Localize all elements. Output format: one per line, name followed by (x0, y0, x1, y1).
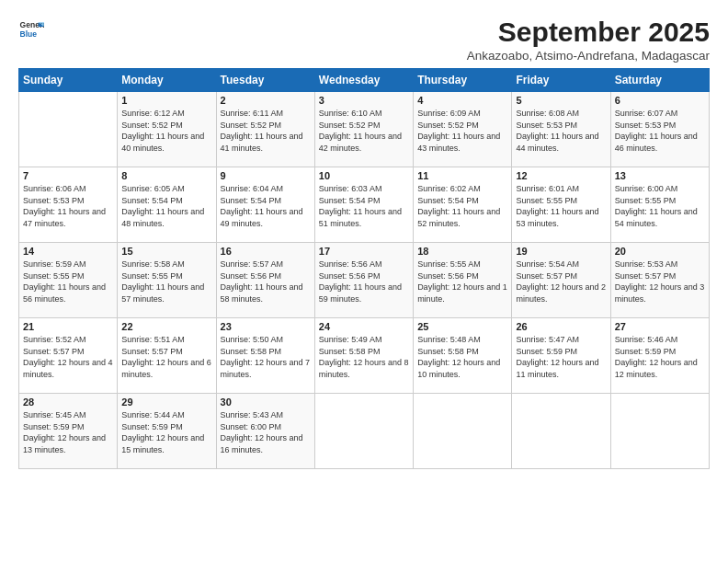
day-number: 26 (516, 321, 606, 332)
calendar-cell: 30Sunrise: 5:43 AMSunset: 6:00 PMDayligh… (216, 394, 314, 469)
day-number: 3 (319, 95, 409, 106)
calendar-body: 1Sunrise: 6:12 AMSunset: 5:52 PMDaylight… (19, 92, 710, 469)
calendar-cell: 7Sunrise: 6:06 AMSunset: 5:53 PMDaylight… (19, 167, 118, 243)
svg-text:Blue: Blue (20, 29, 38, 39)
day-number: 27 (615, 321, 705, 332)
day-number: 16 (221, 246, 311, 257)
calendar-cell (314, 394, 413, 469)
calendar-cell: 5Sunrise: 6:08 AMSunset: 5:53 PMDaylight… (512, 92, 610, 167)
day-info: Sunrise: 6:10 AMSunset: 5:52 PMDaylight:… (319, 108, 409, 154)
calendar-cell: 10Sunrise: 6:03 AMSunset: 5:54 PMDayligh… (314, 167, 413, 243)
calendar-cell: 6Sunrise: 6:07 AMSunset: 5:53 PMDaylight… (610, 92, 709, 167)
day-number: 4 (417, 95, 507, 106)
calendar-cell: 11Sunrise: 6:02 AMSunset: 5:54 PMDayligh… (414, 167, 512, 243)
calendar-cell: 13Sunrise: 6:00 AMSunset: 5:55 PMDayligh… (610, 167, 709, 243)
header-monday: Monday (118, 69, 216, 92)
day-number: 17 (319, 246, 409, 257)
day-info: Sunrise: 6:07 AMSunset: 5:53 PMDaylight:… (615, 108, 705, 154)
day-number: 11 (417, 170, 507, 181)
calendar-cell: 14Sunrise: 5:59 AMSunset: 5:55 PMDayligh… (19, 243, 118, 318)
day-info: Sunrise: 6:05 AMSunset: 5:54 PMDaylight:… (121, 183, 211, 229)
calendar-cell: 8Sunrise: 6:05 AMSunset: 5:54 PMDaylight… (118, 167, 216, 243)
day-number: 29 (121, 396, 211, 408)
day-info: Sunrise: 5:44 AMSunset: 5:59 PMDaylight:… (121, 409, 211, 455)
day-number: 5 (516, 95, 606, 106)
day-info: Sunrise: 5:48 AMSunset: 5:58 PMDaylight:… (417, 334, 507, 380)
day-number: 9 (221, 170, 311, 181)
calendar-cell: 28Sunrise: 5:45 AMSunset: 5:59 PMDayligh… (19, 394, 118, 469)
day-info: Sunrise: 5:43 AMSunset: 6:00 PMDaylight:… (221, 409, 311, 455)
day-info: Sunrise: 5:55 AMSunset: 5:56 PMDaylight:… (417, 259, 507, 304)
day-info: Sunrise: 5:46 AMSunset: 5:59 PMDaylight:… (615, 334, 705, 380)
day-number: 20 (615, 246, 705, 257)
calendar-cell: 12Sunrise: 6:01 AMSunset: 5:55 PMDayligh… (512, 167, 610, 243)
day-info: Sunrise: 5:52 AMSunset: 5:57 PMDaylight:… (23, 334, 113, 380)
day-info: Sunrise: 6:00 AMSunset: 5:55 PMDaylight:… (615, 183, 705, 229)
calendar-week-3: 14Sunrise: 5:59 AMSunset: 5:55 PMDayligh… (19, 243, 710, 318)
calendar-cell: 29Sunrise: 5:44 AMSunset: 5:59 PMDayligh… (118, 394, 216, 469)
calendar-cell: 19Sunrise: 5:54 AMSunset: 5:57 PMDayligh… (512, 243, 610, 318)
header-saturday: Saturday (610, 69, 709, 92)
header-friday: Friday (512, 69, 610, 92)
calendar-cell: 21Sunrise: 5:52 AMSunset: 5:57 PMDayligh… (19, 318, 118, 394)
calendar-cell: 2Sunrise: 6:11 AMSunset: 5:52 PMDaylight… (216, 92, 314, 167)
day-number: 6 (615, 95, 705, 106)
calendar-week-5: 28Sunrise: 5:45 AMSunset: 5:59 PMDayligh… (19, 394, 710, 469)
header-row: Sunday Monday Tuesday Wednesday Thursday… (19, 69, 710, 92)
calendar-cell: 25Sunrise: 5:48 AMSunset: 5:58 PMDayligh… (414, 318, 512, 394)
calendar-cell: 20Sunrise: 5:53 AMSunset: 5:57 PMDayligh… (610, 243, 709, 318)
day-number: 1 (121, 95, 211, 106)
calendar-subtitle: Ankazoabo, Atsimo-Andrefana, Madagascar (467, 49, 710, 63)
day-info: Sunrise: 6:02 AMSunset: 5:54 PMDaylight:… (417, 183, 507, 229)
calendar-page: General Blue September 2025 Ankazoabo, A… (0, 0, 728, 563)
day-number: 13 (615, 170, 705, 181)
calendar-cell: 15Sunrise: 5:58 AMSunset: 5:55 PMDayligh… (118, 243, 216, 318)
day-info: Sunrise: 5:57 AMSunset: 5:56 PMDaylight:… (221, 259, 311, 304)
day-number: 15 (121, 246, 211, 257)
day-number: 18 (417, 246, 507, 257)
day-number: 24 (319, 321, 409, 332)
day-number: 30 (221, 396, 311, 408)
calendar-cell (19, 92, 118, 167)
day-number: 2 (221, 95, 311, 106)
calendar-cell: 22Sunrise: 5:51 AMSunset: 5:57 PMDayligh… (118, 318, 216, 394)
day-info: Sunrise: 5:58 AMSunset: 5:55 PMDaylight:… (121, 259, 211, 304)
calendar-cell: 27Sunrise: 5:46 AMSunset: 5:59 PMDayligh… (610, 318, 709, 394)
day-info: Sunrise: 5:59 AMSunset: 5:55 PMDaylight:… (23, 259, 113, 304)
day-info: Sunrise: 6:09 AMSunset: 5:52 PMDaylight:… (417, 108, 507, 154)
logo: General Blue (18, 17, 44, 42)
calendar-cell (512, 394, 610, 469)
day-number: 21 (23, 321, 113, 332)
day-info: Sunrise: 5:50 AMSunset: 5:58 PMDaylight:… (221, 334, 311, 380)
page-header: General Blue September 2025 Ankazoabo, A… (18, 17, 710, 63)
day-info: Sunrise: 5:53 AMSunset: 5:57 PMDaylight:… (615, 259, 705, 304)
calendar-cell: 26Sunrise: 5:47 AMSunset: 5:59 PMDayligh… (512, 318, 610, 394)
calendar-week-1: 1Sunrise: 6:12 AMSunset: 5:52 PMDaylight… (19, 92, 710, 167)
day-number: 12 (516, 170, 606, 181)
day-info: Sunrise: 5:54 AMSunset: 5:57 PMDaylight:… (516, 259, 606, 304)
calendar-cell: 16Sunrise: 5:57 AMSunset: 5:56 PMDayligh… (216, 243, 314, 318)
header-thursday: Thursday (414, 69, 512, 92)
calendar-cell (414, 394, 512, 469)
calendar-cell: 17Sunrise: 5:56 AMSunset: 5:56 PMDayligh… (314, 243, 413, 318)
day-info: Sunrise: 6:11 AMSunset: 5:52 PMDaylight:… (221, 108, 311, 154)
day-number: 10 (319, 170, 409, 181)
calendar-cell (610, 394, 709, 469)
logo-icon: General Blue (18, 17, 44, 42)
day-number: 8 (121, 170, 211, 181)
day-number: 14 (23, 246, 113, 257)
calendar-cell: 23Sunrise: 5:50 AMSunset: 5:58 PMDayligh… (216, 318, 314, 394)
day-number: 25 (417, 321, 507, 332)
day-info: Sunrise: 5:56 AMSunset: 5:56 PMDaylight:… (319, 259, 409, 304)
calendar-header: Sunday Monday Tuesday Wednesday Thursday… (19, 69, 710, 92)
calendar-title: September 2025 (467, 17, 710, 47)
day-info: Sunrise: 6:03 AMSunset: 5:54 PMDaylight:… (319, 183, 409, 229)
day-number: 28 (23, 396, 113, 408)
calendar-cell: 1Sunrise: 6:12 AMSunset: 5:52 PMDaylight… (118, 92, 216, 167)
day-info: Sunrise: 6:04 AMSunset: 5:54 PMDaylight:… (221, 183, 311, 229)
day-info: Sunrise: 5:47 AMSunset: 5:59 PMDaylight:… (516, 334, 606, 380)
calendar-table: Sunday Monday Tuesday Wednesday Thursday… (18, 68, 710, 469)
day-info: Sunrise: 6:08 AMSunset: 5:53 PMDaylight:… (516, 108, 606, 154)
header-sunday: Sunday (19, 69, 118, 92)
day-number: 7 (23, 170, 113, 181)
